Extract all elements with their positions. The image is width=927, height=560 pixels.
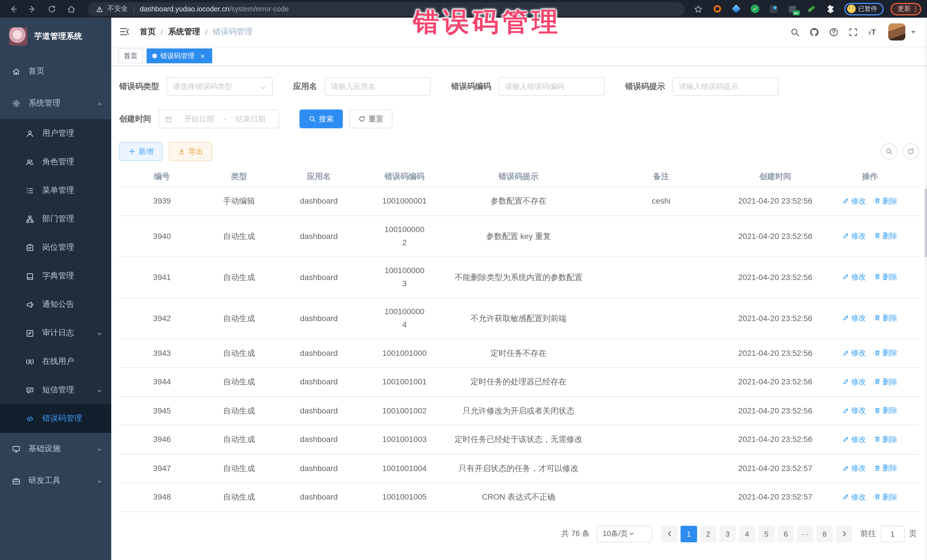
- page-button-2[interactable]: 2: [700, 525, 716, 542]
- github-icon[interactable]: [808, 26, 820, 38]
- help-icon[interactable]: [828, 26, 839, 38]
- delete-link[interactable]: 删除: [874, 229, 897, 242]
- sidebar-item-role-management[interactable]: 角色管理: [0, 148, 111, 176]
- app-logo-row[interactable]: 芋道管理系统: [0, 18, 111, 55]
- sidebar-item-audit-log[interactable]: 审计日志: [0, 319, 111, 347]
- tag-close-icon[interactable]: ×: [199, 52, 207, 60]
- refresh-table-button[interactable]: [903, 143, 919, 160]
- page-button-1[interactable]: 1: [681, 525, 697, 542]
- page-button-3[interactable]: 3: [719, 525, 736, 542]
- sidebar-item-dev-tools[interactable]: 研发工具: [0, 465, 111, 497]
- bookmark-star-icon[interactable]: [693, 4, 703, 14]
- chevron-down-icon[interactable]: [911, 30, 916, 33]
- browser-profile-chip[interactable]: 已暂停: [844, 3, 883, 15]
- tag-首页[interactable]: 首页: [118, 49, 143, 63]
- extensions-puzzle-icon[interactable]: [825, 4, 835, 14]
- id-badge-icon: [25, 243, 34, 252]
- edit-link[interactable]: 修改: [843, 311, 866, 325]
- export-button[interactable]: 导出: [169, 142, 212, 161]
- filter-input[interactable]: [505, 82, 599, 91]
- date-range-picker[interactable]: 开始日期 - 结束日期: [159, 109, 279, 128]
- search-button[interactable]: 搜索: [299, 109, 343, 128]
- address-bar[interactable]: 不安全 dashboard.yudao.iocoder.cn/system/er…: [88, 2, 684, 16]
- sidebar-item-dept-management[interactable]: 部门管理: [0, 205, 111, 233]
- toggle-search-button[interactable]: [881, 143, 897, 160]
- prev-page-button[interactable]: [661, 525, 678, 542]
- table-toolbar: 新增 导出: [119, 142, 919, 161]
- tag-错误码管理[interactable]: 错误码管理×: [147, 49, 212, 63]
- add-button[interactable]: 新增: [119, 142, 163, 161]
- edit-link[interactable]: 修改: [843, 404, 866, 417]
- column-header: 备注: [593, 166, 729, 187]
- delete-link[interactable]: 删除: [874, 404, 897, 417]
- cell-type: 自动生成: [205, 367, 273, 396]
- edit-link[interactable]: 修改: [843, 346, 866, 359]
- edit-link[interactable]: 修改: [843, 433, 866, 446]
- browser-home-icon[interactable]: [66, 4, 76, 14]
- sidebar-item-dict-management[interactable]: 字典管理: [0, 262, 111, 290]
- delete-icon: [874, 407, 881, 414]
- user-avatar[interactable]: [888, 23, 905, 41]
- search-icon[interactable]: [789, 26, 800, 38]
- page-button-4[interactable]: 4: [739, 525, 755, 542]
- sidebar-item-sms-management[interactable]: 短信管理: [0, 376, 111, 404]
- breadcrumb-item[interactable]: 首页: [140, 27, 156, 37]
- delete-link[interactable]: 删除: [874, 270, 897, 284]
- sidebar-item-user-management[interactable]: 用户管理: [0, 119, 111, 148]
- browser-forward-icon[interactable]: [27, 4, 37, 14]
- next-page-button[interactable]: [836, 525, 852, 542]
- delete-link[interactable]: 删除: [874, 311, 897, 325]
- page-button-8[interactable]: 8: [816, 525, 833, 542]
- extension-squares-icon[interactable]: [769, 4, 778, 14]
- sidebar-item-error-code-management[interactable]: 错误码管理: [0, 404, 111, 433]
- sidebar-item-infrastructure[interactable]: 基础设施: [0, 433, 111, 465]
- edit-icon: [843, 493, 849, 500]
- sidebar-item-post-management[interactable]: 岗位管理: [0, 233, 111, 262]
- edit-link[interactable]: 修改: [843, 490, 866, 503]
- page-button-5[interactable]: 5: [758, 525, 775, 542]
- delete-link[interactable]: 删除: [874, 375, 897, 388]
- pagination: 共 76 条 10条/页 123456···8 前往 页: [119, 525, 919, 542]
- cell-remark: [593, 216, 729, 256]
- browser-refresh-icon[interactable]: [47, 4, 56, 14]
- sidebar-item-menu-management[interactable]: 菜单管理: [0, 176, 111, 205]
- breadcrumb-item[interactable]: 系统管理: [168, 27, 200, 37]
- delete-link[interactable]: 删除: [874, 194, 897, 207]
- edit-link[interactable]: 修改: [843, 461, 866, 475]
- edit-link[interactable]: 修改: [843, 229, 866, 242]
- page-button-6[interactable]: 6: [778, 525, 794, 542]
- extension-on-badge-icon[interactable]: on: [787, 4, 797, 14]
- sidebar-item-notice-announcement[interactable]: 通知公告: [0, 290, 111, 319]
- cell-remark: [593, 339, 729, 367]
- edit-link[interactable]: 修改: [843, 375, 866, 388]
- delete-link[interactable]: 删除: [874, 346, 897, 359]
- edit-link[interactable]: 修改: [843, 270, 866, 284]
- edit-link[interactable]: 修改: [843, 194, 866, 207]
- browser-back-icon[interactable]: [8, 4, 18, 14]
- scrollbar[interactable]: [925, 18, 927, 560]
- delete-link[interactable]: 删除: [874, 461, 897, 475]
- goto-page-input[interactable]: [880, 525, 904, 542]
- browser-update-button[interactable]: 更新: [890, 3, 921, 15]
- extension-blue-gem-icon[interactable]: [731, 4, 741, 14]
- sidebar-item-home[interactable]: 首页: [0, 55, 111, 87]
- page-ellipsis-button[interactable]: ···: [797, 525, 813, 542]
- filter-select[interactable]: 请选择错误码类型: [167, 77, 273, 96]
- filter-item: 错误码类型请选择错误码类型: [119, 77, 273, 96]
- delete-link[interactable]: 删除: [874, 433, 897, 446]
- hamburger-icon[interactable]: [119, 26, 131, 38]
- extension-green-check-icon[interactable]: ✓: [750, 4, 760, 14]
- sidebar-item-online-users[interactable]: 在线用户: [0, 347, 111, 376]
- cell-app: dashboard: [273, 396, 365, 425]
- sidebar-item-system-management[interactable]: 系统管理: [0, 87, 111, 119]
- extension-tool-icon[interactable]: [806, 4, 816, 14]
- font-size-icon[interactable]: тT: [866, 26, 878, 38]
- extension-orange-ring-icon[interactable]: [712, 4, 722, 14]
- cell-type: 自动生成: [205, 396, 273, 425]
- delete-link[interactable]: 删除: [874, 490, 897, 503]
- filter-input[interactable]: [679, 82, 772, 91]
- fullscreen-icon[interactable]: [847, 26, 859, 38]
- reset-button[interactable]: 重置: [349, 109, 392, 128]
- filter-input[interactable]: [331, 82, 424, 91]
- page-size-select[interactable]: 10条/页: [596, 525, 652, 542]
